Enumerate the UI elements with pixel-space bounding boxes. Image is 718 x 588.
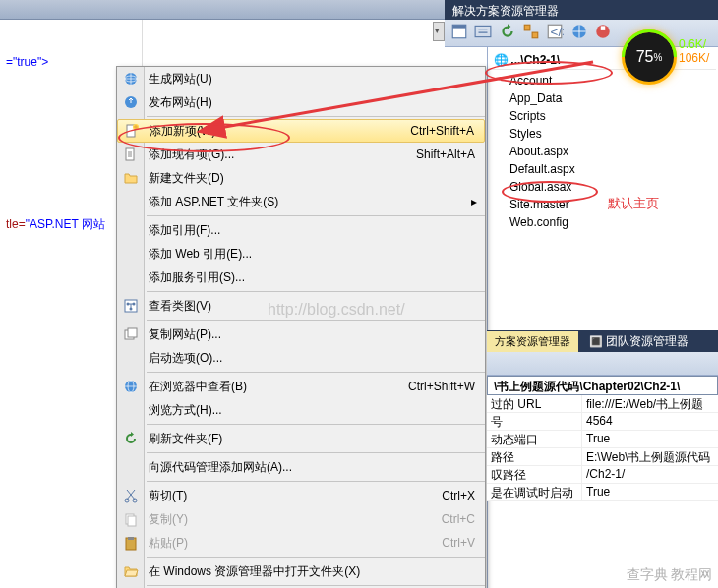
menu-label: 浏览方式(H)... <box>143 402 475 419</box>
property-name: 是在调试时启动 <box>487 484 582 500</box>
publish-icon <box>119 92 143 112</box>
menu-separator <box>147 585 485 586</box>
property-row[interactable]: 是在调试时启动True <box>487 484 718 501</box>
menu-shortcut: Shift+Alt+A <box>416 147 485 161</box>
menu-item-12[interactable]: 在浏览器中查看(B)Ctrl+Shift+W <box>117 375 485 398</box>
menu-item-8[interactable]: 添加服务引用(S)... <box>117 265 485 289</box>
globe-icon <box>119 69 143 88</box>
menu-label: 新建文件夹(D) <box>143 170 475 187</box>
copy-website-icon[interactable] <box>570 23 588 40</box>
menu-item-13[interactable]: 浏览方式(H)... <box>117 398 485 422</box>
menu-item-2[interactable]: 添加新项(W)...Ctrl+Shift+A <box>117 119 485 143</box>
menu-label: 添加 Web 引用(E)... <box>143 246 475 263</box>
show-all-icon[interactable] <box>474 23 492 40</box>
svg-rect-2 <box>475 26 491 36</box>
copy-icon <box>119 509 143 529</box>
properties-grid: 过的 URLfile:///E:/Web/书上例题号4564动态端口True路径… <box>487 395 718 501</box>
tree-item-about-aspx[interactable]: About.aspx <box>488 143 716 160</box>
menu-item-19[interactable]: 在 Windows 资源管理器中打开文件夹(X) <box>117 559 485 583</box>
newitem-icon <box>120 121 144 141</box>
blank-icon <box>119 192 143 211</box>
menu-label: 启动选项(O)... <box>143 350 475 367</box>
menu-item-4[interactable]: 新建文件夹(D) <box>117 166 485 190</box>
property-name: 号 <box>487 413 582 430</box>
tree-item-scripts[interactable]: Scripts <box>488 107 716 125</box>
tree-item-global-asax[interactable]: Global.asax <box>488 178 716 196</box>
blank-icon <box>119 267 143 287</box>
solution-tree: 🌐 ...\Ch2-1\ AccountApp_DataScriptsStyle… <box>487 47 716 588</box>
menu-label: 添加 ASP.NET 文件夹(S) <box>143 194 471 210</box>
menu-label: 添加引用(F)... <box>143 222 475 239</box>
properties-icon[interactable] <box>450 23 468 40</box>
cut-icon <box>119 486 143 505</box>
menu-shortcut: Ctrl+X <box>442 489 485 502</box>
refresh-icon[interactable] <box>499 23 516 40</box>
menu-label: 查看类图(V) <box>143 298 475 315</box>
svg-rect-4 <box>532 32 538 38</box>
openfolder-icon <box>119 561 143 581</box>
property-row[interactable]: 过的 URLfile:///E:/Web/书上例题 <box>487 395 718 413</box>
refresh-icon <box>119 429 143 448</box>
property-value: True <box>582 431 718 447</box>
blank-icon <box>119 244 143 264</box>
nest-icon[interactable] <box>522 23 540 40</box>
context-menu: 生成网站(U)发布网站(H)添加新项(W)...Ctrl+Shift+A添加现有… <box>116 66 486 588</box>
menu-separator <box>147 424 485 425</box>
property-row[interactable]: 路径E:\Web\书上例题源代码 <box>487 448 718 466</box>
menu-label: 刷新文件夹(F) <box>143 431 475 447</box>
menu-item-9[interactable]: 查看类图(V) <box>117 294 485 318</box>
menu-label: 发布网站(H) <box>143 94 475 111</box>
panel-title: 解决方案资源管理器 <box>452 4 559 18</box>
property-row[interactable]: 号4564 <box>487 413 718 431</box>
property-row[interactable]: 叹路径/Ch2-1/ <box>487 466 718 484</box>
menu-separator <box>147 291 485 292</box>
bottom-tab-bar: 方案资源管理器 🔳 团队资源管理器 <box>487 330 718 352</box>
menu-label: 复制(Y) <box>143 511 442 528</box>
menu-item-14[interactable]: 刷新文件夹(F) <box>117 427 485 450</box>
menu-item-7[interactable]: 添加 Web 引用(E)... <box>117 242 485 265</box>
menu-item-5[interactable]: 添加 ASP.NET 文件夹(S)▸ <box>117 190 485 213</box>
menu-separator <box>147 320 485 321</box>
submenu-arrow-icon: ▸ <box>471 195 485 208</box>
menu-item-16[interactable]: 剪切(T)Ctrl+X <box>117 484 485 507</box>
menu-label: 添加服务引用(S)... <box>143 269 475 286</box>
menu-shortcut: Ctrl+C <box>442 512 485 526</box>
menu-item-15[interactable]: 向源代码管理添加网站(A)... <box>117 455 485 479</box>
paste-icon <box>119 533 143 553</box>
menu-item-11[interactable]: 启动选项(O)... <box>117 346 485 370</box>
menu-label: 添加新项(W)... <box>144 123 410 140</box>
svg-rect-21 <box>128 328 137 337</box>
asp-config-icon[interactable] <box>594 23 612 40</box>
menu-separator <box>147 116 485 117</box>
tree-item-app_data[interactable]: App_Data <box>488 89 716 107</box>
solution-explorer-titlebar: 解决方案资源管理器 <box>445 0 718 20</box>
menu-item-10[interactable]: 复制网站(P)... <box>117 323 485 346</box>
tree-item-styles[interactable]: Styles <box>488 125 716 143</box>
menu-item-0[interactable]: 生成网站(U) <box>117 67 485 90</box>
menu-label: 在 Windows 资源管理器中打开文件夹(X) <box>143 563 475 580</box>
property-name: 过的 URL <box>487 395 582 412</box>
menu-label: 粘贴(P) <box>143 535 442 552</box>
view-code-icon[interactable]: </> <box>546 23 564 40</box>
menu-item-6[interactable]: 添加引用(F)... <box>117 218 485 242</box>
property-row[interactable]: 动态端口True <box>487 431 718 448</box>
tree-item-default-aspx[interactable]: Default.aspx <box>488 160 716 178</box>
menu-item-18[interactable]: 粘贴(P)Ctrl+V <box>117 531 485 555</box>
menu-item-1[interactable]: 发布网站(H) <box>117 90 485 114</box>
menu-shortcut: Ctrl+V <box>442 536 485 550</box>
menu-label: 添加现有项(G)... <box>143 147 416 163</box>
menu-label: 剪切(T) <box>143 488 442 504</box>
tab-team-explorer[interactable]: 🔳 团队资源管理器 <box>581 330 696 352</box>
menu-shortcut: Ctrl+Shift+W <box>408 380 485 393</box>
editor-dropdown-button[interactable] <box>433 22 445 41</box>
svg-rect-29 <box>128 537 134 540</box>
menu-label: 在浏览器中查看(B) <box>143 379 408 395</box>
tree-item-site-master[interactable]: Site.master <box>488 196 716 213</box>
menu-label: 生成网站(U) <box>143 71 475 88</box>
menu-item-3[interactable]: 添加现有项(G)...Shift+Alt+A <box>117 143 485 166</box>
menu-separator <box>147 557 485 558</box>
tree-item-web-config[interactable]: Web.config <box>488 213 716 231</box>
tab-solution-explorer[interactable]: 方案资源管理器 <box>487 331 578 353</box>
blank-icon <box>119 400 143 420</box>
menu-item-17[interactable]: 复制(Y)Ctrl+C <box>117 507 485 531</box>
